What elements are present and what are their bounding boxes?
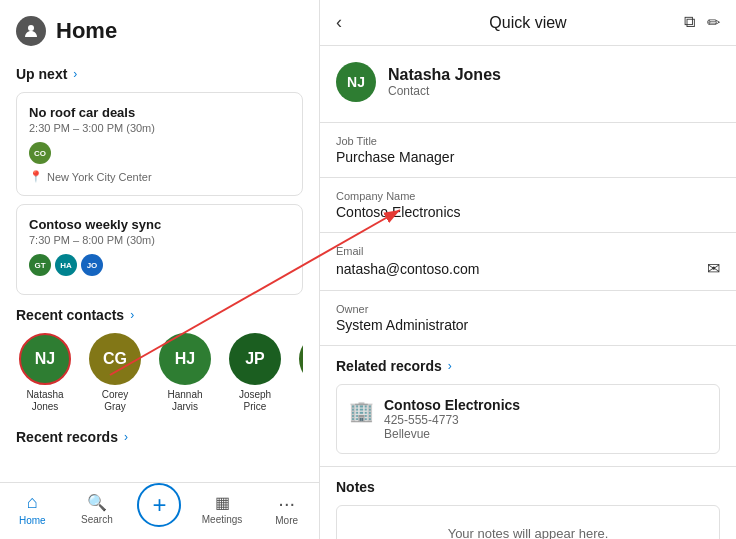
- quick-view-title: Quick view: [489, 14, 566, 32]
- nav-meetings-label: Meetings: [202, 514, 243, 525]
- up-next-chevron[interactable]: ›: [73, 67, 77, 81]
- related-records-section: Related records › 🏢 Contoso Electronics …: [320, 346, 736, 466]
- related-chevron[interactable]: ›: [448, 359, 452, 373]
- recent-records-title: Recent records: [16, 429, 118, 445]
- contact-nj[interactable]: NJ NatashaJones: [16, 333, 74, 413]
- email-label: Email: [336, 245, 720, 257]
- owner-label: Owner: [336, 303, 720, 315]
- event-1-location: 📍 New York City Center: [29, 170, 290, 183]
- nav-meetings[interactable]: ▦ Meetings: [198, 493, 246, 525]
- external-link-icon[interactable]: ⧉: [684, 13, 695, 32]
- notes-empty-state: Your notes will appear here. Add a note: [336, 505, 720, 539]
- related-city: Bellevue: [384, 427, 520, 441]
- owner-value: System Administrator: [336, 317, 720, 333]
- contact-hj[interactable]: HJ HannahJarvis: [156, 333, 214, 413]
- contact-jp-name: JosephPrice: [239, 389, 271, 413]
- svg-point-0: [28, 25, 34, 31]
- right-content: NJ Natasha Jones Contact Job Title Purch…: [320, 46, 736, 539]
- notes-empty-text: Your notes will appear here.: [448, 526, 609, 539]
- quick-view-header: ‹ Quick view ⧉ ✏: [320, 0, 736, 46]
- up-next-title: Up next: [16, 66, 67, 82]
- related-card[interactable]: 🏢 Contoso Electronics 425-555-4773 Belle…: [336, 384, 720, 454]
- contact-info-section: NJ Natasha Jones Contact: [320, 46, 736, 123]
- nav-home-label: Home: [19, 515, 46, 526]
- contact-nj-name: NatashaJones: [26, 389, 63, 413]
- contact-jp-avatar: JP: [229, 333, 281, 385]
- contacts-row: NJ NatashaJones CG CoreyGray HJ HannahJa…: [16, 333, 303, 417]
- contact-nj-avatar: NJ: [19, 333, 71, 385]
- recent-contacts-chevron[interactable]: ›: [130, 308, 134, 322]
- contact-hj-name: HannahJarvis: [167, 389, 202, 413]
- edit-icon[interactable]: ✏: [707, 13, 720, 32]
- event-1-title: No roof car deals: [29, 105, 290, 120]
- bottom-nav: ⌂ Home 🔍 Search + ▦ Meetings ··· More: [0, 482, 319, 539]
- recent-contacts-header: Recent contacts ›: [16, 307, 303, 323]
- user-avatar: [16, 16, 46, 46]
- event-card-1[interactable]: No roof car deals 2:30 PM – 3:00 PM (30m…: [16, 92, 303, 196]
- event-1-avatars: CO: [29, 142, 290, 164]
- field-job-title: Job Title Purchase Manager: [320, 123, 736, 178]
- company-value: Contoso Electronics: [336, 204, 720, 220]
- recent-records-chevron[interactable]: ›: [124, 430, 128, 444]
- related-company-info: Contoso Electronics 425-555-4773 Bellevu…: [384, 397, 520, 441]
- contact-jp[interactable]: JP JosephPrice: [226, 333, 284, 413]
- home-icon: ⌂: [27, 492, 38, 513]
- nav-more[interactable]: ··· More: [263, 493, 311, 526]
- nav-search-label: Search: [81, 514, 113, 525]
- contact-cg-name: CoreyGray: [102, 389, 129, 413]
- field-email: Email natasha@contoso.com ✉: [320, 233, 736, 291]
- home-header: Home: [0, 0, 319, 54]
- event-card-2[interactable]: Contoso weekly sync 7:30 PM – 8:00 PM (3…: [16, 204, 303, 295]
- contact-cg[interactable]: CG CoreyGray: [86, 333, 144, 413]
- notes-section: Notes Your notes will appear here. Add a…: [320, 466, 736, 539]
- contact-main-type: Contact: [388, 84, 501, 98]
- notes-title: Notes: [336, 479, 720, 495]
- location-icon: 📍: [29, 170, 43, 183]
- fab-add-button[interactable]: +: [137, 483, 181, 527]
- more-icon: ···: [278, 493, 295, 513]
- event-1-avatar: CO: [29, 142, 51, 164]
- event-2-avatar-gt: GT: [29, 254, 51, 276]
- contact-header-row: NJ Natasha Jones Contact: [336, 62, 720, 102]
- event-2-title: Contoso weekly sync: [29, 217, 290, 232]
- contact-m[interactable]: M MRo: [296, 333, 303, 413]
- contact-m-avatar: M: [299, 333, 303, 385]
- nav-more-label: More: [275, 515, 298, 526]
- company-label: Company Name: [336, 190, 720, 202]
- email-action-icon[interactable]: ✉: [707, 259, 720, 278]
- building-icon: 🏢: [349, 399, 374, 423]
- related-header: Related records ›: [336, 358, 720, 374]
- job-title-value: Purchase Manager: [336, 149, 720, 165]
- left-content: Up next › No roof car deals 2:30 PM – 3:…: [0, 54, 319, 482]
- recent-records-section: Recent records ›: [16, 429, 303, 445]
- event-2-avatar-jo: JO: [81, 254, 103, 276]
- related-company-name: Contoso Electronics: [384, 397, 520, 413]
- contact-cg-avatar: CG: [89, 333, 141, 385]
- contact-hj-avatar: HJ: [159, 333, 211, 385]
- search-icon: 🔍: [87, 493, 107, 512]
- nav-home[interactable]: ⌂ Home: [8, 492, 56, 526]
- contact-main-info: Natasha Jones Contact: [388, 66, 501, 98]
- field-owner: Owner System Administrator: [320, 291, 736, 346]
- page-title: Home: [56, 18, 117, 44]
- email-value: natasha@contoso.com: [336, 261, 479, 277]
- event-2-avatars: GT HA JO: [29, 254, 290, 276]
- event-2-avatar-ha: HA: [55, 254, 77, 276]
- recent-records-header: Recent records ›: [16, 429, 303, 445]
- event-1-time: 2:30 PM – 3:00 PM (30m): [29, 122, 290, 134]
- job-title-label: Job Title: [336, 135, 720, 147]
- back-button[interactable]: ‹: [336, 12, 342, 33]
- event-2-time: 7:30 PM – 8:00 PM (30m): [29, 234, 290, 246]
- qv-actions: ⧉ ✏: [684, 13, 720, 32]
- event-1-location-text: New York City Center: [47, 171, 152, 183]
- email-row: natasha@contoso.com ✉: [336, 259, 720, 278]
- contact-main-avatar: NJ: [336, 62, 376, 102]
- up-next-header: Up next ›: [16, 66, 303, 82]
- left-panel: Home Up next › No roof car deals 2:30 PM…: [0, 0, 320, 539]
- related-phone: 425-555-4773: [384, 413, 520, 427]
- contact-main-name: Natasha Jones: [388, 66, 501, 84]
- related-title: Related records: [336, 358, 442, 374]
- nav-search[interactable]: 🔍 Search: [73, 493, 121, 525]
- meetings-icon: ▦: [215, 493, 230, 512]
- recent-contacts-title: Recent contacts: [16, 307, 124, 323]
